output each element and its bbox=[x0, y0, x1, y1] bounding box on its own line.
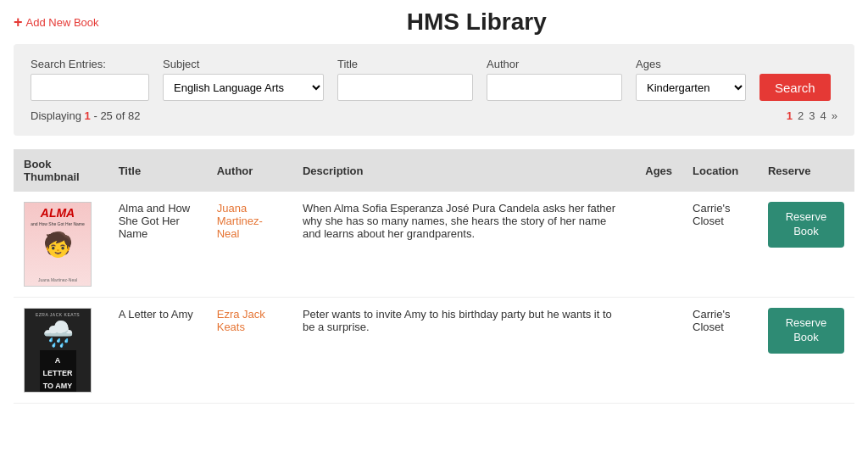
pagination: 1 2 3 4 » bbox=[787, 109, 837, 122]
book-description-cell: Peter wants to invite Amy to his birthda… bbox=[292, 298, 635, 404]
col-title: Title bbox=[108, 149, 207, 192]
book-thumbnail-cell: ALMA and How She Got Her Name 🧒 Juana Ma… bbox=[14, 192, 108, 298]
book-title-cell: Alma and How She Got Her Name bbox=[108, 192, 207, 298]
col-ages: Ages bbox=[635, 149, 682, 192]
book-ages-cell bbox=[635, 298, 682, 404]
book-location-cell: Carrie's Closet bbox=[682, 192, 758, 298]
alma-book-cover: ALMA and How She Got Her Name 🧒 Juana Ma… bbox=[24, 202, 92, 287]
alma-cover-figure: 🧒 bbox=[43, 231, 73, 259]
alma-cover-title: ALMA bbox=[41, 206, 75, 220]
title-input[interactable] bbox=[337, 74, 473, 101]
display-prefix: Displaying bbox=[31, 109, 85, 122]
book-table: Book Thumbnail Title Author Description … bbox=[14, 149, 854, 404]
amy-cover-figure: 🌧️ bbox=[42, 319, 74, 349]
add-new-book-link[interactable]: + Add New Book bbox=[14, 14, 99, 31]
ages-label: Ages bbox=[636, 58, 746, 70]
display-start: 1 bbox=[85, 109, 91, 122]
search-entries-label: Search Entries: bbox=[31, 58, 149, 70]
reserve-button[interactable]: ReserveBook bbox=[768, 308, 844, 354]
book-thumbnail-cell: EZRA JACK KEATS 🌧️ ALETTERTO AMY bbox=[14, 298, 108, 404]
col-reserve: Reserve bbox=[758, 149, 854, 192]
author-link[interactable]: Juana Martinez-Neal bbox=[217, 202, 263, 240]
author-link[interactable]: Ezra Jack Keats bbox=[217, 308, 265, 333]
search-entries-group: Search Entries: bbox=[31, 58, 149, 101]
book-author-cell: Juana Martinez-Neal bbox=[207, 192, 292, 298]
book-ages-cell bbox=[635, 192, 682, 298]
page-next-link[interactable]: » bbox=[832, 109, 837, 122]
search-fields: Search Entries: Subject English Language… bbox=[31, 58, 837, 101]
ages-group: Ages Kindergarten 1st Grade 2nd Grade 3r… bbox=[636, 58, 746, 101]
display-count: Displaying 1 - 25 of 82 bbox=[31, 109, 140, 122]
book-title-cell: A Letter to Amy bbox=[108, 298, 207, 404]
table-row: ALMA and How She Got Her Name 🧒 Juana Ma… bbox=[14, 192, 854, 298]
amy-title-box: ALETTERTO AMY bbox=[40, 350, 76, 393]
book-reserve-cell: ReserveBook bbox=[758, 192, 854, 298]
page-1-link[interactable]: 1 bbox=[787, 109, 793, 122]
table-header: Book Thumbnail Title Author Description … bbox=[14, 149, 854, 192]
display-info: Displaying 1 - 25 of 82 1 2 3 4 » bbox=[31, 109, 837, 122]
author-label: Author bbox=[487, 58, 622, 70]
title-label: Title bbox=[337, 58, 473, 70]
page-4-link[interactable]: 4 bbox=[821, 109, 826, 122]
col-author: Author bbox=[207, 149, 292, 192]
subject-label: Subject bbox=[163, 58, 324, 70]
page-title: HMS Library bbox=[99, 8, 854, 36]
display-mid: - 25 of 82 bbox=[91, 109, 141, 122]
book-description-cell: When Alma Sofia Esperanza José Pura Cand… bbox=[292, 192, 635, 298]
book-location-cell: Carrie's Closet bbox=[682, 298, 758, 404]
add-new-book-label: Add New Book bbox=[26, 16, 99, 29]
search-entries-input[interactable] bbox=[31, 74, 149, 101]
author-input[interactable] bbox=[487, 74, 622, 101]
author-group: Author bbox=[487, 58, 622, 101]
table-row: EZRA JACK KEATS 🌧️ ALETTERTO AMY A Lette… bbox=[14, 298, 854, 404]
subject-group: Subject English Language Arts Math Scien… bbox=[163, 58, 324, 101]
title-group: Title bbox=[337, 58, 473, 101]
col-thumbnail: Book Thumbnail bbox=[14, 149, 108, 192]
ages-select[interactable]: Kindergarten 1st Grade 2nd Grade 3rd Gra… bbox=[636, 74, 746, 101]
plus-icon: + bbox=[14, 14, 23, 31]
page-3-link[interactable]: 3 bbox=[809, 109, 815, 122]
book-reserve-cell: ReserveBook bbox=[758, 298, 854, 404]
search-button[interactable]: Search bbox=[760, 74, 831, 101]
reserve-button[interactable]: ReserveBook bbox=[768, 202, 844, 248]
amy-book-cover: EZRA JACK KEATS 🌧️ ALETTERTO AMY bbox=[24, 308, 92, 393]
col-location: Location bbox=[682, 149, 758, 192]
table-body: ALMA and How She Got Her Name 🧒 Juana Ma… bbox=[14, 192, 854, 404]
top-bar: + Add New Book HMS Library bbox=[0, 0, 868, 44]
amy-cover-author: EZRA JACK KEATS bbox=[36, 312, 80, 317]
col-description: Description bbox=[292, 149, 635, 192]
search-panel: Search Entries: Subject English Language… bbox=[14, 44, 854, 136]
page-2-link[interactable]: 2 bbox=[798, 109, 804, 122]
alma-cover-author: Juana Martinez-Neal bbox=[38, 277, 77, 282]
subject-select[interactable]: English Language Arts Math Science Socia… bbox=[163, 74, 324, 101]
book-author-cell: Ezra Jack Keats bbox=[207, 298, 292, 404]
alma-cover-subtitle: and How She Got Her Name bbox=[31, 221, 85, 227]
amy-cover-title: ALETTERTO AMY bbox=[43, 356, 73, 390]
